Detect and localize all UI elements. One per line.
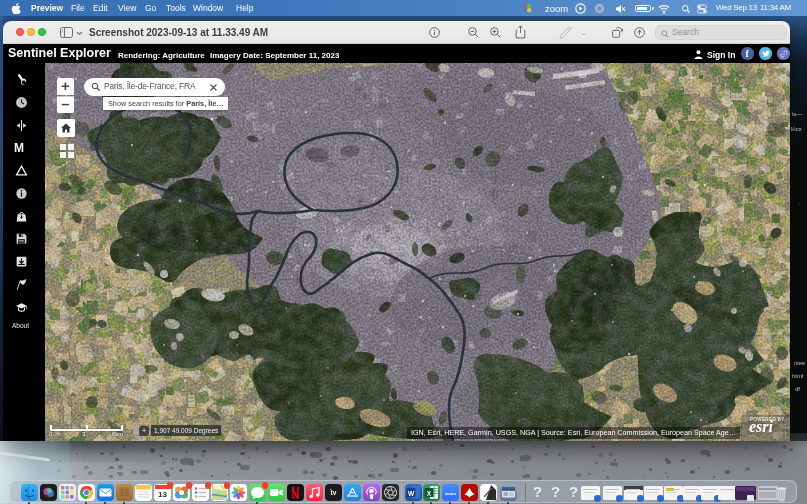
svg-text:13: 13 [158,490,167,499]
svg-text:zoom: zoom [444,491,455,496]
svg-text:tv: tv [330,489,336,496]
svg-text:W: W [407,490,414,497]
svg-text:X: X [426,490,431,497]
